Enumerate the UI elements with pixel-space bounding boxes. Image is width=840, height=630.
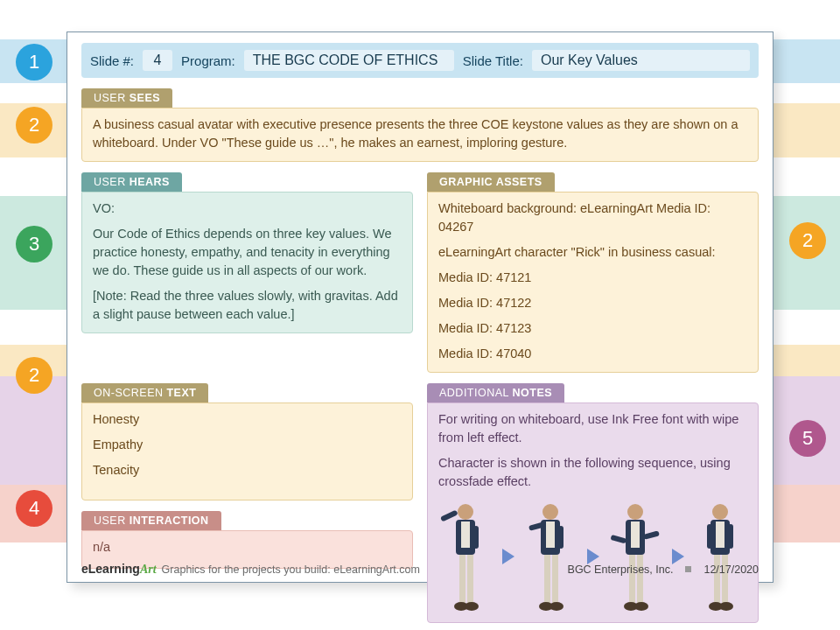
user-sees-tab: USER SEES: [81, 88, 172, 108]
svg-point-27: [712, 504, 728, 520]
svg-rect-3: [440, 510, 458, 522]
svg-point-0: [458, 504, 473, 520]
svg-point-8: [465, 602, 479, 611]
slide-title-label: Slide Title:: [463, 53, 523, 68]
pose-2: [523, 500, 578, 613]
badge-1: 1: [16, 44, 52, 80]
onscreen-title-a: ON-SCREEN: [94, 387, 166, 399]
asset-line-5: Media ID: 47123: [438, 319, 747, 338]
badge-3: 3: [16, 226, 52, 262]
pose-3: [608, 500, 662, 613]
interaction-body: n/a: [93, 538, 402, 556]
onscreen-text-box: ON-SCREEN TEXT Honesty Empathy Tenacity: [81, 383, 413, 500]
svg-point-9: [542, 504, 558, 520]
user-sees-title-b: SEES: [130, 92, 160, 104]
user-sees-body: A business casual avatar with executive …: [93, 116, 747, 152]
footer: eLearningArt Graphics for the projects y…: [81, 562, 759, 577]
vo-note: [Note: Read the three values slowly, wit…: [93, 287, 402, 324]
svg-rect-29: [716, 522, 724, 548]
storyboard-frame: Slide #: 4 Program: THE BGC CODE OF ETHI…: [66, 32, 774, 583]
slide-title-value: Our Key Values: [532, 50, 750, 71]
user-hears-tab: USER HEARS: [81, 172, 182, 192]
badge-2-left-a: 2: [16, 107, 52, 144]
additional-notes-box: ADDITIONAL NOTES For writing on whiteboa…: [427, 383, 759, 623]
graphic-assets-title: GRAPHIC ASSETS: [439, 176, 542, 188]
notes-title-b: NOTES: [513, 387, 553, 399]
interaction-title-a: USER: [94, 514, 130, 527]
additional-notes-tab: ADDITIONAL NOTES: [427, 383, 564, 402]
user-hears-title-b: HEARS: [130, 176, 170, 188]
svg-point-35: [719, 602, 733, 611]
character-sequence: [438, 500, 747, 613]
asset-line-2: eLearningArt character "Rick" in busines…: [438, 243, 747, 262]
onscreen-l2: Empathy: [93, 436, 402, 454]
badge-2-right: 2: [789, 222, 826, 259]
vo-body: Our Code of Ethics depends on three key …: [93, 225, 402, 280]
svg-point-18: [627, 504, 643, 520]
svg-rect-13: [558, 526, 564, 549]
pose-4: [693, 500, 747, 613]
footer-company: BGC Enterprises, Inc.: [568, 564, 674, 576]
notes-p2: Character is shown in the following sequ…: [438, 454, 747, 491]
graphic-assets-box: GRAPHIC ASSETS Whiteboard background: eL…: [427, 172, 759, 373]
logo-text-b: Art: [140, 563, 157, 576]
user-sees-box: USER SEES A business casual avatar with …: [81, 88, 759, 162]
footer-tagline: Graphics for the projects you build: eLe…: [162, 564, 420, 576]
user-hears-box: USER HEARS VO: Our Code of Ethics depend…: [81, 172, 413, 373]
svg-rect-30: [707, 524, 712, 549]
svg-rect-2: [461, 522, 470, 548]
svg-rect-20: [631, 522, 640, 548]
program-label: Program:: [181, 53, 235, 68]
asset-line-6: Media ID: 47040: [438, 345, 747, 363]
svg-rect-4: [473, 526, 479, 549]
svg-rect-21: [610, 535, 626, 543]
svg-point-26: [634, 602, 648, 611]
user-hears-title-a: USER: [94, 176, 130, 188]
badge-5: 5: [789, 420, 826, 457]
program-value: THE BGC CODE OF ETHICS: [244, 50, 454, 71]
svg-point-17: [550, 602, 564, 611]
user-sees-title-a: USER: [94, 92, 130, 104]
square-icon: [685, 566, 691, 572]
user-interaction-box: USER INTERACTION n/a: [81, 511, 413, 569]
badge-4: 4: [16, 490, 52, 527]
footer-logo: eLearningArt: [81, 562, 157, 577]
badge-2-left-b: 2: [16, 357, 52, 394]
slide-number-label: Slide #:: [90, 53, 134, 68]
svg-rect-11: [546, 522, 555, 548]
interaction-title-b: INTERACTION: [130, 514, 209, 527]
footer-date: 12/17/2020: [704, 564, 759, 576]
asset-line-4: Media ID: 47122: [438, 294, 747, 312]
asset-line-3: Media ID: 47121: [438, 269, 747, 287]
graphic-assets-tab: GRAPHIC ASSETS: [427, 172, 555, 192]
onscreen-l1: Honesty: [93, 410, 402, 429]
user-interaction-tab: USER INTERACTION: [81, 511, 221, 530]
vo-label: VO:: [93, 200, 402, 218]
pose-1: [438, 500, 493, 613]
asset-line-1: Whiteboard background: eLearningArt Medi…: [438, 200, 747, 236]
notes-title-a: ADDITIONAL: [439, 387, 513, 399]
slide-number-value: 4: [143, 50, 172, 71]
svg-rect-31: [728, 524, 733, 549]
notes-p1: For writing on whiteboard, use Ink Free …: [438, 410, 747, 447]
onscreen-title-b: TEXT: [166, 387, 196, 399]
meta-row: Slide #: 4 Program: THE BGC CODE OF ETHI…: [81, 43, 759, 78]
onscreen-text-tab: ON-SCREEN TEXT: [81, 383, 208, 402]
logo-text-a: eLearning: [81, 562, 140, 576]
onscreen-l3: Tenacity: [93, 461, 402, 480]
svg-rect-22: [643, 531, 660, 540]
